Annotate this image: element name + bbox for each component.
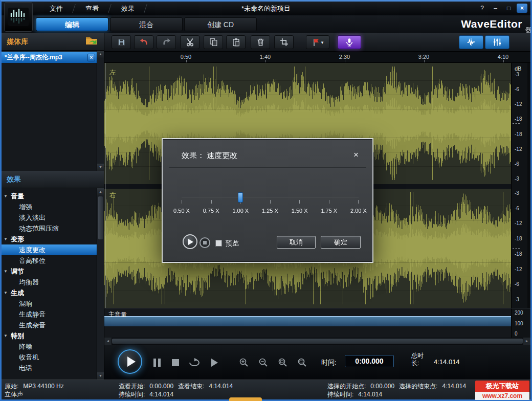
effects-tree-item[interactable]: 音量 <box>2 191 97 202</box>
media-item-close-button[interactable]: × <box>87 54 95 61</box>
master-volume-envelope[interactable] <box>104 316 511 326</box>
pause-button[interactable] <box>150 357 164 368</box>
effects-tree-scrollbar[interactable]: ▲ ▼ <box>97 188 104 380</box>
selection-duration-label: 持续时间: <box>327 390 353 398</box>
slider-scale-label: 1.75 X <box>316 208 342 214</box>
speed-slider-track[interactable] <box>182 197 359 198</box>
db-scale: dB -3-6-12-18-18-12-6-3 -3-6-12-18-18-12… <box>511 63 527 308</box>
effects-tree-item[interactable]: 变形 <box>2 234 97 244</box>
redo-button[interactable] <box>157 35 176 49</box>
effects-tree-item[interactable]: 速度更改 <box>2 244 97 255</box>
db-tick-label: -3 <box>512 191 527 196</box>
channel-mode: 立体声 <box>5 390 23 398</box>
play-selection-button[interactable] <box>208 357 221 368</box>
scroll-up-icon[interactable]: ▲ <box>97 188 104 195</box>
scroll-left-icon[interactable]: ◄ <box>104 338 112 345</box>
media-item[interactable]: *兰亭序--周杰伦.mp3 × <box>2 52 97 63</box>
effects-tree-item[interactable]: 电话 <box>2 363 97 373</box>
db-tick-label: -18 <box>512 252 527 257</box>
undo-button[interactable] <box>134 35 153 49</box>
window-controls: ? – □ × <box>477 4 527 13</box>
scroll-up-icon[interactable]: ▲ <box>97 51 104 58</box>
copy-button[interactable] <box>204 35 223 49</box>
effects-tree-item[interactable]: 降噪 <box>2 341 97 352</box>
effects-tree-item[interactable]: 生成 <box>2 287 97 298</box>
db-tick-label: -18 <box>512 117 527 122</box>
db-tick-label: -12 <box>512 221 527 226</box>
master-scale-label: 0 <box>515 331 530 337</box>
ruler-tick-label: 4:10 <box>463 52 530 62</box>
effects-tree-item[interactable]: 均衡器 <box>2 277 97 287</box>
delete-button[interactable] <box>251 35 270 49</box>
trim-button[interactable] <box>274 35 294 49</box>
speed-slider-labels: 0.50 X0.75 X1.00 X1.25 X1.50 X1.75 X2.00… <box>169 208 371 214</box>
cut-button[interactable] <box>180 35 199 49</box>
scrollbar-thumb[interactable] <box>112 339 523 344</box>
speed-slider-handle[interactable] <box>238 192 243 203</box>
db-tick-label: -12 <box>512 267 527 272</box>
effects-tree-item[interactable]: 调节 <box>2 266 97 277</box>
selection-start-label: 选择的开始点: <box>327 382 366 390</box>
menu-item[interactable]: 文件 <box>38 2 74 15</box>
scroll-down-icon[interactable]: ▼ <box>97 164 104 171</box>
ruler-tick-label: 3:20 <box>384 52 463 62</box>
marker-button[interactable]: ▾ <box>306 35 329 49</box>
zoom-out-button[interactable] <box>257 357 270 368</box>
horizontal-scrollbar[interactable]: ◄ ► <box>104 338 530 345</box>
menu-item[interactable]: 效果 <box>110 2 146 15</box>
effects-tree-item[interactable]: 增强 <box>2 202 97 212</box>
effects-tree-item[interactable]: 特别 <box>2 330 97 341</box>
zoom-selection-button[interactable] <box>276 357 290 368</box>
record-button[interactable] <box>338 35 361 49</box>
media-list-scrollbar[interactable]: ▲ ▼ <box>97 51 104 171</box>
paste-button[interactable] <box>226 35 246 49</box>
zoom-fit-button[interactable] <box>296 357 309 368</box>
time-ruler[interactable]: 0:501:402:303:204:10 <box>104 52 530 63</box>
open-file-button[interactable] <box>85 36 99 48</box>
dialog-stop-button[interactable] <box>199 237 210 248</box>
media-library-title: 媒体库 <box>7 37 28 47</box>
mode-tab[interactable]: 创建 CD <box>184 17 257 31</box>
app-window: 文件查看效果 *未命名的新项目 ? – □ × 编辑混合创建 CD WaveEd… <box>0 0 532 401</box>
menu-item[interactable]: 查看 <box>74 2 110 15</box>
mode-tab[interactable]: 编辑 <box>36 17 108 31</box>
marker-dropdown-icon[interactable]: ▾ <box>321 40 324 45</box>
dialog-close-button[interactable]: × <box>350 150 362 160</box>
minimize-button[interactable]: – <box>490 4 501 13</box>
help-button[interactable]: ? <box>477 4 487 13</box>
loop-button[interactable] <box>186 357 203 368</box>
close-button[interactable]: × <box>517 4 527 13</box>
cancel-button[interactable]: 取消 <box>277 236 316 249</box>
effects-tree-item[interactable]: 音高移位 <box>2 255 97 266</box>
scroll-down-icon[interactable]: ▼ <box>97 372 104 380</box>
mixer-view-button[interactable] <box>485 35 509 49</box>
effects-tree-item[interactable]: 淡入淡出 <box>2 212 97 223</box>
mode-tab[interactable]: 混合 <box>110 17 183 31</box>
selection-duration-value: 4:14.014 <box>358 390 382 398</box>
zoom-in-button[interactable] <box>237 357 251 368</box>
media-list: *兰亭序--周杰伦.mp3 × ▲ ▼ <box>2 51 104 171</box>
effects-tree-item[interactable]: 生成杂音 <box>2 320 97 330</box>
scrollbar-thumb[interactable] <box>98 196 103 239</box>
ok-button[interactable]: 确定 <box>321 236 361 249</box>
scroll-right-icon[interactable]: ► <box>523 338 530 345</box>
effects-tree-item[interactable]: 动态范围压缩 <box>2 223 97 234</box>
effects-tree-item[interactable]: 生成静音 <box>2 309 97 320</box>
view-end-value: 4:14.014 <box>209 382 233 390</box>
effects-title: 效果 <box>7 175 21 184</box>
transport-bar: 时间: 0:00.000 总时长: 4:14.014 <box>104 345 530 380</box>
play-button[interactable] <box>118 349 142 374</box>
preview-label[interactable]: 预览 <box>226 239 239 248</box>
dialog-play-button[interactable] <box>183 234 197 249</box>
view-end-label: 查看结束: <box>178 382 204 390</box>
preview-checkbox[interactable] <box>215 240 222 247</box>
selection-start-value: 0:00.000 <box>370 382 394 390</box>
stop-button[interactable] <box>169 357 182 368</box>
effects-tree-item[interactable]: 混响 <box>2 298 97 309</box>
maximize-button[interactable]: □ <box>503 4 514 13</box>
view-start-value: 0:00.000 <box>149 382 173 390</box>
selection-end-label: 选择的结束点: <box>399 382 437 390</box>
effects-tree-item[interactable]: 收音机 <box>2 352 97 363</box>
waveform-view-button[interactable] <box>459 35 483 49</box>
save-button[interactable] <box>112 35 131 49</box>
